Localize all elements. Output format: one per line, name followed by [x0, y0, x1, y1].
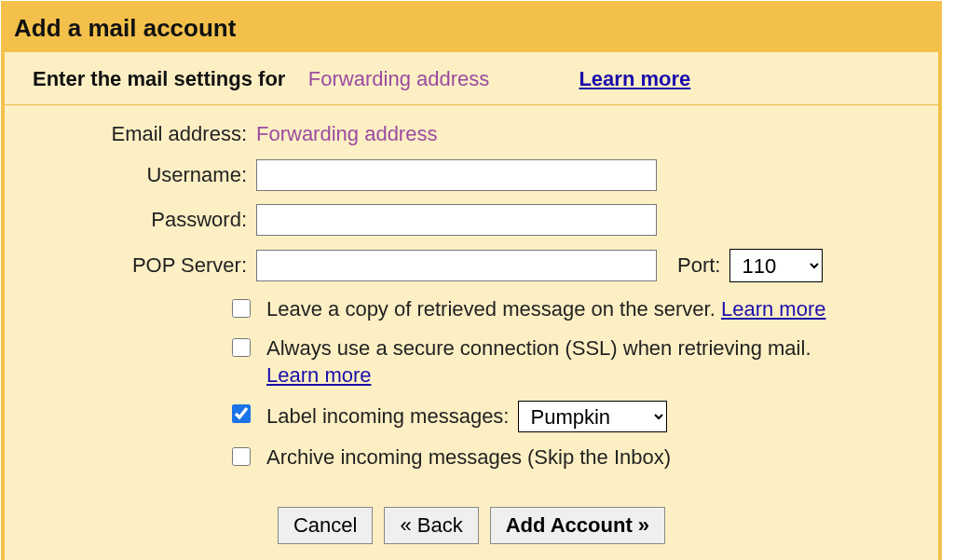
leave-copy-learn-more-link[interactable]: Learn more — [721, 297, 826, 321]
row-password: Password: — [42, 204, 901, 236]
username-label: Username: — [42, 163, 256, 187]
password-label: Password: — [42, 208, 256, 232]
username-input[interactable] — [256, 159, 657, 191]
add-mail-account-dialog: Add a mail account Enter the mail settin… — [1, 1, 942, 560]
port-select[interactable]: 110 — [729, 249, 823, 282]
add-account-button[interactable]: Add Account » — [490, 507, 665, 544]
row-username: Username: — [42, 159, 901, 191]
ssl-learn-more-link[interactable]: Learn more — [266, 363, 372, 387]
instruction-learn-more-link[interactable]: Learn more — [579, 67, 690, 90]
back-button[interactable]: « Back — [384, 507, 478, 544]
button-row: Cancel « Back Add Account » — [42, 483, 901, 560]
label-incoming-text: Label incoming messages: — [266, 403, 509, 430]
option-archive: Archive incoming messages (Skip the Inbo… — [228, 444, 901, 471]
ssl-text: Always use a secure connection (SSL) whe… — [266, 336, 811, 360]
archive-text: Archive incoming messages (Skip the Inbo… — [266, 445, 671, 469]
form-area: Email address: Forwarding address Userna… — [5, 105, 938, 560]
label-incoming-checkbox[interactable] — [232, 404, 251, 423]
option-label-incoming: Label incoming messages: Pumpkin — [228, 401, 901, 432]
port-label: Port: — [677, 253, 720, 278]
instruction-bar: Enter the mail settings for Forwarding a… — [5, 52, 938, 105]
leave-copy-checkbox[interactable] — [232, 299, 251, 318]
dialog-title: Add a mail account — [14, 14, 925, 43]
row-pop-server: POP Server: Port: 110 — [42, 249, 901, 282]
row-email: Email address: Forwarding address — [42, 122, 901, 146]
email-value: Forwarding address — [256, 122, 437, 146]
pop-server-input[interactable] — [256, 250, 657, 281]
archive-checkbox[interactable] — [232, 447, 251, 466]
password-input[interactable] — [256, 204, 657, 236]
leave-copy-text: Leave a copy of retrieved message on the… — [266, 297, 716, 321]
pop-server-label: POP Server: — [42, 253, 256, 278]
title-bar: Add a mail account — [5, 5, 938, 52]
instruction-text: Enter the mail settings for — [33, 67, 285, 90]
cancel-button[interactable]: Cancel — [278, 507, 373, 544]
instruction-forwarding-address: Forwarding address — [308, 67, 489, 90]
option-leave-copy: Leave a copy of retrieved message on the… — [228, 295, 901, 323]
option-ssl: Always use a secure connection (SSL) whe… — [228, 335, 901, 389]
ssl-checkbox[interactable] — [232, 338, 251, 357]
label-incoming-select[interactable]: Pumpkin — [518, 401, 667, 432]
email-label: Email address: — [42, 122, 256, 146]
